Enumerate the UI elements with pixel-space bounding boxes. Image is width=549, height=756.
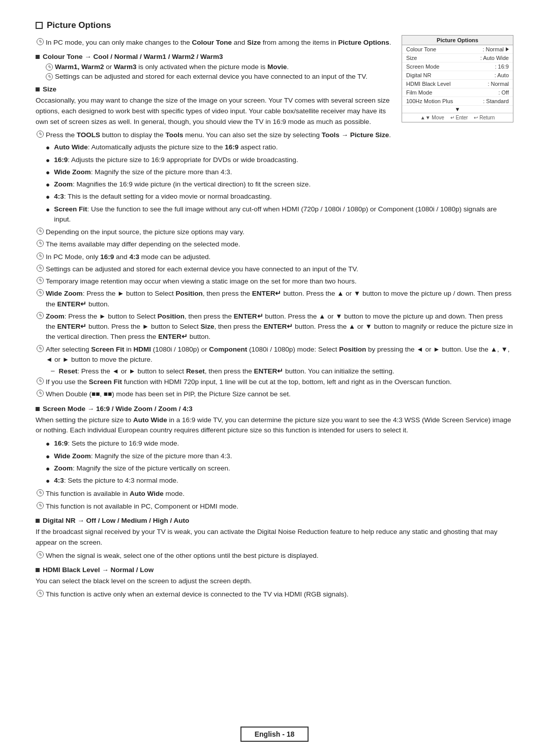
list-item: ● Auto Wide: Automatically adjusts the p… xyxy=(46,142,513,153)
dash-icon: – xyxy=(51,367,55,374)
note-icon: ✎ xyxy=(37,253,44,260)
hdmi-black-note: ✎ This function is active only when an e… xyxy=(36,589,513,600)
picture-options-panel: Picture Options Colour Tone : Normal Siz… xyxy=(402,35,513,122)
screen-mode-note1: ✎ This function is available in Auto Wid… xyxy=(36,489,513,499)
colour-tone-note1: ✎ Warm1, Warm2 or Warm3 is only activate… xyxy=(36,63,391,71)
note-icon: ✎ xyxy=(37,228,44,235)
note-icon: ✎ xyxy=(37,489,44,496)
size-title: Size xyxy=(36,85,391,93)
panel-row-100hz: 100Hz Motion Plus : Standard xyxy=(402,97,513,106)
bullet-dot-icon: ● xyxy=(46,192,50,202)
digital-nr-section: Digital NR → Off / Low / Medium / High /… xyxy=(36,517,513,561)
note-icon: ✎ xyxy=(37,312,44,319)
note-icon: ✎ xyxy=(46,64,53,71)
square-bullet-icon xyxy=(36,407,40,411)
panel-row-screen-mode: Screen Mode : 16:9 xyxy=(402,62,513,71)
list-item: ● 4:3: Sets the picture to 4:3 normal mo… xyxy=(46,476,513,486)
size-note8: ✎ After selecting Screen Fit in HDMI (10… xyxy=(36,344,513,365)
square-bullet-icon xyxy=(36,568,40,572)
list-item: ● Zoom: Magnify the size of the picture … xyxy=(46,463,513,474)
screen-mode-section: Screen Mode → 16:9 / Wide Zoom / Zoom / … xyxy=(36,405,513,512)
panel-row-hdmi-black: HDMI Black Level : Normal xyxy=(402,80,513,88)
hdmi-black-section: HDMI Black Level → Normal / Low You can … xyxy=(36,566,513,600)
hdmi-black-body: You can select the black level on the sc… xyxy=(36,576,513,587)
screen-mode-note2: ✎ This function is not available in PC, … xyxy=(36,501,513,512)
page-title: Picture Options xyxy=(36,20,513,30)
note-icon: ✎ xyxy=(37,289,44,296)
bullet-dot-icon: ● xyxy=(46,168,50,178)
panel-row-size: Size : Auto Wide xyxy=(402,54,513,62)
top-section: Picture Options Colour Tone : Normal Siz… xyxy=(36,38,513,48)
arrow-right-icon xyxy=(506,47,509,51)
size-note9: ✎ If you use the Screen Fit function wit… xyxy=(36,377,513,387)
size-note10: ✎ When Double (■■, ■■) mode has been set… xyxy=(36,389,513,399)
size-note6: ✎ Wide Zoom: Press the ► button to Selec… xyxy=(36,289,513,309)
square-bullet-icon xyxy=(36,519,40,523)
size-section: Size Occasionally, you may want to chang… xyxy=(36,85,513,399)
note-icon: ✎ xyxy=(37,131,44,138)
colour-tone-title: Colour Tone → Cool / Normal / Warm1 / Wa… xyxy=(36,53,391,60)
digital-nr-body: If the broadcast signal received by your… xyxy=(36,527,513,548)
note-icon: ✎ xyxy=(37,38,44,45)
digital-nr-title: Digital NR → Off / Low / Medium / High /… xyxy=(36,517,513,524)
note-icon: ✎ xyxy=(37,240,44,247)
bullet-dot-icon: ● xyxy=(46,439,50,449)
bullet-dot-icon: ● xyxy=(46,464,50,474)
list-item: ● 4:3: This is the default setting for a… xyxy=(46,192,513,202)
size-tools-note: ✎ Press the TOOLS button to display the … xyxy=(36,130,513,140)
bullet-dot-icon: ● xyxy=(46,476,50,486)
size-note2: ✎ The items available may differ dependi… xyxy=(36,239,513,249)
screen-mode-title: Screen Mode → 16:9 / Wide Zoom / Zoom / … xyxy=(36,405,513,413)
size-note1: ✎ Depending on the input source, the pic… xyxy=(36,227,513,237)
bullet-dot-icon: ● xyxy=(46,205,50,215)
size-note7: ✎ Zoom: Press the ► button to Select Pos… xyxy=(36,311,513,342)
bullet-dot-icon: ● xyxy=(46,143,50,153)
panel-scroll-down: ▼ xyxy=(402,106,513,113)
colour-tone-note2: ✎ Settings can be adjusted and stored fo… xyxy=(36,73,391,80)
list-item: ● Wide Zoom: Magnify the size of the pic… xyxy=(46,167,513,178)
note-icon: ✎ xyxy=(37,265,44,272)
footer-text: English - 18 xyxy=(255,730,295,738)
note-icon: ✎ xyxy=(46,73,53,80)
pc-mode-note: ✎ In PC mode, you can only make changes … xyxy=(36,38,391,48)
bullet-dot-icon: ● xyxy=(46,452,50,462)
list-item: ● Screen Fit: Use the function to see th… xyxy=(46,204,513,225)
panel-row-colour-tone: Colour Tone : Normal xyxy=(402,45,513,54)
note-icon: ✎ xyxy=(37,277,44,284)
digital-nr-note: ✎ When the signal is weak, select one of… xyxy=(36,551,513,561)
note-icon: ✎ xyxy=(37,502,44,509)
size-bullet-list: ● Auto Wide: Automatically adjusts the p… xyxy=(36,142,513,225)
size-note5: ✎ Temporary image retention may occur wh… xyxy=(36,276,513,287)
panel-footer: ▲▼ Move ↵ Enter ↩ Return xyxy=(402,113,513,122)
square-bullet-icon xyxy=(36,87,40,91)
panel-row-film-mode: Film Mode : Off xyxy=(402,88,513,97)
list-item: ● 16:9: Adjusts the picture size to 16:9… xyxy=(46,155,513,166)
size-note4: ✎ Settings can be adjusted and stored fo… xyxy=(36,264,513,274)
bullet-dot-icon: ● xyxy=(46,180,50,190)
panel-row-digital-nr: Digital NR : Auto xyxy=(402,71,513,80)
footer-box: English - 18 xyxy=(240,727,309,742)
bullet-dot-icon: ● xyxy=(46,155,50,166)
note-icon: ✎ xyxy=(37,390,44,397)
checkbox-icon xyxy=(36,22,43,29)
reset-dash-item: – Reset: Press the ◄ or ► button to sele… xyxy=(36,367,513,375)
list-item: ● Zoom: Magnifies the 16:9 wide picture … xyxy=(46,179,513,190)
size-note3: ✎ In PC Mode, only 16:9 and 4:3 mode can… xyxy=(36,252,513,262)
square-bullet-icon xyxy=(36,55,40,59)
note-icon: ✎ xyxy=(37,590,44,597)
hdmi-black-title: HDMI Black Level → Normal / Low xyxy=(36,566,513,574)
screen-mode-body: When setting the picture size to Auto Wi… xyxy=(36,415,513,436)
screen-mode-bullet-list: ● 16:9: Sets the picture to 16:9 wide mo… xyxy=(36,438,513,486)
page-footer: English - 18 xyxy=(0,727,549,742)
note-icon: ✎ xyxy=(37,551,44,558)
list-item: ● Wide Zoom: Magnify the size of the pic… xyxy=(46,451,513,462)
note-icon: ✎ xyxy=(37,377,44,385)
list-item: ● 16:9: Sets the picture to 16:9 wide mo… xyxy=(46,438,513,449)
panel-title: Picture Options xyxy=(402,36,513,45)
note-icon: ✎ xyxy=(37,345,44,352)
